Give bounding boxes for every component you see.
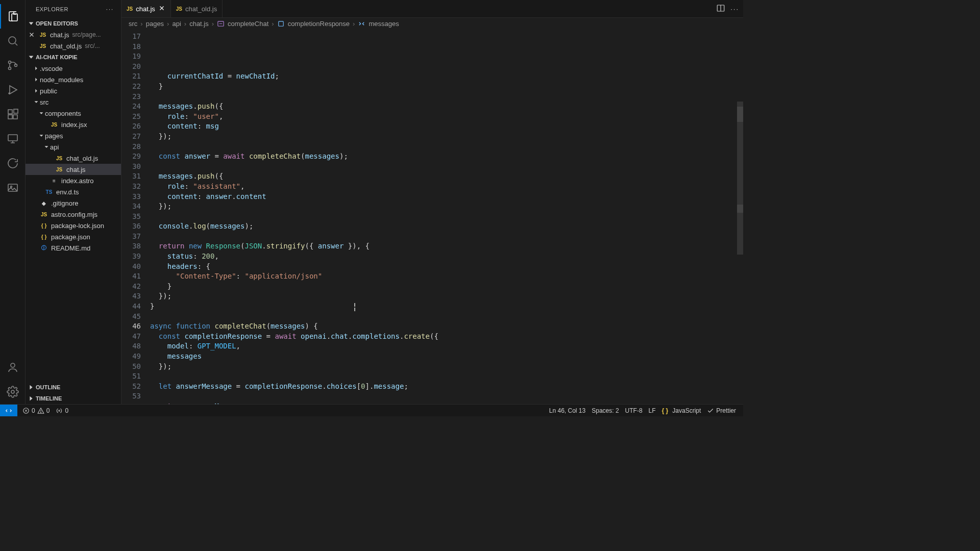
svg-point-19 xyxy=(59,410,60,411)
chevron-right-icon xyxy=(33,76,40,83)
breadcrumb-symbol-icon xyxy=(217,20,225,28)
run-debug-icon[interactable] xyxy=(0,78,26,102)
breadcrumb-item[interactable]: chat.js xyxy=(189,20,209,28)
file-item[interactable]: { }package.json xyxy=(26,231,121,242)
image-icon[interactable] xyxy=(0,176,26,200)
problems-indicator[interactable]: 0 0 xyxy=(19,405,53,416)
scrollbar-thumb[interactable] xyxy=(737,102,743,255)
close-tab-icon[interactable] xyxy=(158,5,165,13)
svg-rect-9 xyxy=(8,135,17,141)
editor-tab[interactable]: JSchat.js xyxy=(121,0,171,17)
editor-tab[interactable]: JSchat_old.js xyxy=(171,0,223,17)
folder-item[interactable]: node_modules xyxy=(26,74,121,85)
editor-area: JSchat.jsJSchat_old.js ··· src›pages›api… xyxy=(121,0,743,404)
folder-item[interactable]: pages xyxy=(26,130,121,141)
js-file-icon: JS xyxy=(55,154,63,162)
js-file-icon: JS xyxy=(39,42,47,50)
close-modified-icon[interactable] xyxy=(28,31,36,38)
folder-item[interactable]: components xyxy=(26,108,121,119)
chevron-down-icon xyxy=(38,132,45,139)
js-file-icon: JS xyxy=(50,120,58,129)
split-editor-icon[interactable] xyxy=(716,4,725,14)
language-mode[interactable]: { }JavaScript xyxy=(659,405,704,416)
svg-rect-8 xyxy=(14,109,18,113)
account-icon[interactable] xyxy=(0,355,26,380)
js-file-icon: JS xyxy=(40,210,48,218)
outline-section[interactable]: OUTLINE xyxy=(26,382,121,393)
settings-gear-icon[interactable] xyxy=(0,380,26,404)
svg-rect-5 xyxy=(8,110,12,114)
js-file-icon: JS xyxy=(55,165,63,173)
file-item[interactable]: JSchat.js xyxy=(26,164,121,175)
file-item[interactable]: ⓘREADME.md xyxy=(26,242,121,254)
file-item[interactable]: { }package-lock.json xyxy=(26,220,121,231)
sidebar-title: EXPLORER xyxy=(36,6,68,12)
svg-rect-16 xyxy=(278,21,283,26)
breadcrumb-item[interactable]: api xyxy=(172,20,181,28)
folder-item[interactable]: .vscode xyxy=(26,63,121,74)
gitignore-icon: ◆ xyxy=(40,199,48,207)
activity-bar xyxy=(0,0,26,404)
chevron-right-icon xyxy=(33,87,40,94)
tabs-row: JSchat.jsJSchat_old.js ··· xyxy=(121,0,743,18)
svg-point-2 xyxy=(8,67,11,70)
breadcrumbs[interactable]: src›pages›api›chat.js›completeChat›compl… xyxy=(121,18,743,30)
minimap-marker xyxy=(737,205,743,213)
more-icon[interactable]: ··· xyxy=(106,6,114,12)
breadcrumb-item[interactable]: src xyxy=(129,20,137,28)
folder-item[interactable]: public xyxy=(26,85,121,96)
remote-explorer-icon[interactable] xyxy=(0,127,26,151)
timeline-section[interactable]: TIMELINE xyxy=(26,393,121,404)
json-file-icon: { } xyxy=(40,221,48,230)
svg-rect-6 xyxy=(8,115,12,119)
open-editor-item[interactable]: JSchat_old.jssrc/... xyxy=(26,40,121,52)
open-editors-section[interactable]: OPEN EDITORS xyxy=(26,18,121,29)
breadcrumb-item[interactable]: completeChat xyxy=(228,20,268,28)
breadcrumb-symbol-icon xyxy=(277,20,285,28)
file-item[interactable]: JSindex.jsx xyxy=(26,119,121,130)
encoding[interactable]: UTF-8 xyxy=(622,405,646,416)
js-file-icon: JS xyxy=(39,31,47,39)
svg-point-1 xyxy=(8,61,11,64)
folder-item[interactable]: api xyxy=(26,141,121,153)
breadcrumb-item[interactable]: messages xyxy=(369,20,399,28)
json-file-icon: { } xyxy=(40,233,48,241)
explorer-icon[interactable] xyxy=(0,4,26,29)
breadcrumb-item[interactable]: pages xyxy=(146,20,164,28)
sidebar-header: EXPLORER ··· xyxy=(26,0,121,18)
svg-rect-7 xyxy=(13,115,17,119)
svg-point-0 xyxy=(9,37,16,44)
folder-item[interactable]: src xyxy=(26,96,121,108)
cursor-position[interactable]: Ln 46, Col 13 xyxy=(546,405,589,416)
file-item[interactable]: TSenv.d.ts xyxy=(26,186,121,197)
open-editor-item[interactable]: JSchat.jssrc/page... xyxy=(26,29,121,40)
folder-section[interactable]: AI-CHAT KOPIE xyxy=(26,52,121,63)
readme-icon: ⓘ xyxy=(40,244,48,252)
explorer-sidebar: EXPLORER ··· OPEN EDITORS JSchat.jssrc/p… xyxy=(26,0,121,404)
remote-indicator[interactable] xyxy=(0,405,17,416)
ports-indicator[interactable]: 0 xyxy=(53,405,71,416)
status-bar: 0 0 0 Ln 46, Col 13 Spaces: 2 UTF-8 LF {… xyxy=(0,404,743,416)
js-file-icon: JS xyxy=(176,6,182,12)
file-item[interactable]: JSastro.config.mjs xyxy=(26,209,121,220)
search-icon[interactable] xyxy=(0,29,26,53)
source-control-icon[interactable] xyxy=(0,53,26,78)
file-item[interactable]: ≡index.astro xyxy=(26,175,121,186)
astro-file-icon: ≡ xyxy=(50,177,58,185)
svg-point-18 xyxy=(40,412,41,413)
file-item[interactable]: ◆.gitignore xyxy=(26,197,121,209)
refresh-icon[interactable] xyxy=(0,151,26,176)
chevron-right-icon xyxy=(33,65,40,72)
svg-point-4 xyxy=(9,93,10,94)
extensions-icon[interactable] xyxy=(0,102,26,127)
breadcrumb-item[interactable]: completionResponse xyxy=(288,20,350,28)
eol[interactable]: LF xyxy=(646,405,659,416)
code-editor[interactable]: 1718192021222324252627282930313233343536… xyxy=(121,30,743,404)
indentation[interactable]: Spaces: 2 xyxy=(589,405,622,416)
chevron-down-icon xyxy=(33,98,40,106)
minimap-slider[interactable] xyxy=(737,107,743,122)
js-file-icon: JS xyxy=(127,6,133,12)
more-actions-icon[interactable]: ··· xyxy=(730,5,739,13)
prettier-status[interactable]: Prettier xyxy=(704,405,739,416)
file-item[interactable]: JSchat_old.js xyxy=(26,153,121,164)
